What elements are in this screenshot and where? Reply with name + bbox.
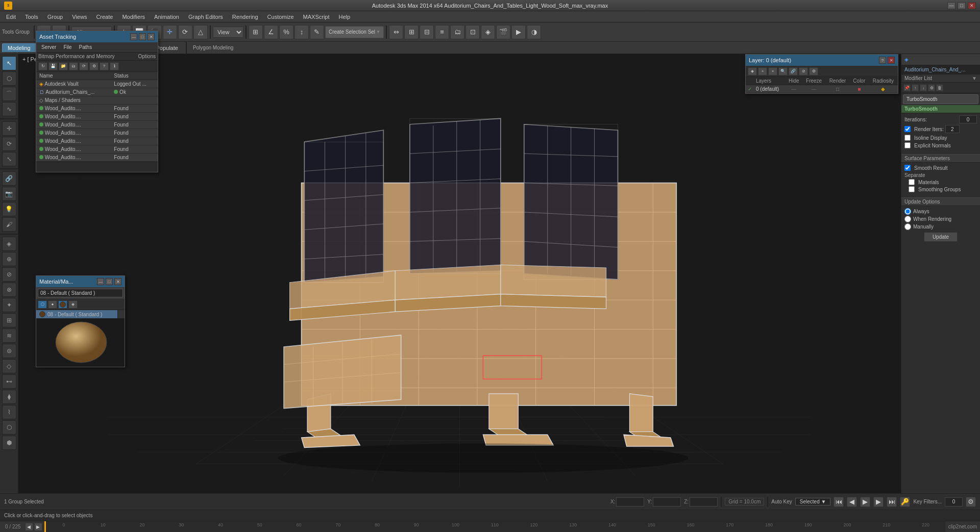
layer-add-btn[interactable]: + [758, 67, 767, 75]
asset-settings-btn[interactable]: ⚙ [89, 62, 99, 70]
left-tool-6[interactable]: ⊕ [2, 252, 16, 266]
left-camera-tool[interactable]: 📷 [2, 187, 16, 201]
layer-search-btn[interactable]: 🔍 [778, 67, 788, 75]
table-row[interactable]: ◇ Maps / Shaders [36, 96, 158, 105]
left-tool-17[interactable]: ⬡ [2, 420, 16, 435]
select-move-button[interactable]: ✛ [163, 25, 177, 39]
mod-up-btn[interactable]: ↑ [912, 84, 919, 91]
explicit-normals-checkbox[interactable] [904, 142, 911, 148]
left-tool-13[interactable]: ◇ [2, 359, 16, 373]
asset-save-btn[interactable]: 💾 [48, 62, 58, 70]
asset-refresh-btn[interactable]: ↻ [38, 62, 47, 70]
timeline-rewind-btn[interactable]: ◀ [25, 523, 33, 531]
goto-start-btn[interactable]: ⏮ [834, 497, 844, 507]
y-input[interactable] [653, 497, 681, 506]
left-tool-8[interactable]: ⊗ [2, 283, 16, 297]
left-tool-7[interactable]: ⊘ [2, 267, 16, 282]
left-link-tool[interactable]: 🔗 [2, 171, 16, 186]
goto-end-btn[interactable]: ⏭ [887, 497, 897, 507]
asset-help-btn[interactable]: ? [100, 62, 109, 70]
align-button[interactable]: ⊟ [420, 25, 434, 39]
menu-graph-editors[interactable]: Graph Editors [184, 13, 227, 21]
left-tool-18[interactable]: ⬢ [2, 436, 16, 450]
close-button[interactable]: ✕ [968, 2, 976, 9]
mat-tool-1[interactable]: ⬡ [38, 300, 47, 309]
list-item[interactable]: 08 - Default ( Standard ) [36, 310, 117, 318]
materials-checkbox[interactable] [909, 179, 915, 185]
mirror-button[interactable]: ⇔ [389, 25, 403, 39]
asset-maximize-btn[interactable]: □ [139, 33, 146, 40]
update-button[interactable]: Update [924, 232, 958, 242]
schematic-view-button[interactable]: ⊡ [465, 25, 480, 39]
left-scale-tool[interactable]: ⤡ [2, 152, 16, 166]
timeline-cursor[interactable] [44, 521, 46, 532]
mod-down-btn[interactable]: ↓ [920, 84, 927, 91]
frame-number-input[interactable] [945, 497, 963, 506]
rotate-button[interactable]: ⟳ [178, 25, 192, 39]
asset-close-btn[interactable]: ✕ [148, 33, 155, 40]
selected-badge[interactable]: Selected ▼ [795, 498, 831, 505]
asset-info-btn[interactable]: ℹ [110, 62, 119, 70]
asset-menu-file[interactable]: File [60, 44, 75, 50]
table-row[interactable]: Wood_Audito.... Found [36, 105, 158, 113]
minimize-button[interactable]: — [947, 2, 955, 9]
when-rendering-radio[interactable] [904, 216, 911, 222]
render-iters-input[interactable] [945, 125, 960, 133]
asset-menu-server[interactable]: Server [38, 44, 59, 50]
timeline-forward-btn[interactable]: ▶ [34, 523, 42, 531]
asset-folder-btn[interactable]: 📁 [59, 62, 68, 70]
menu-create[interactable]: Create [92, 13, 117, 21]
table-row[interactable]: Wood_Audito.... Found [36, 121, 158, 129]
layer-unlink-btn[interactable]: ⊘ [799, 67, 808, 75]
tab-modeling[interactable]: Modeling [2, 43, 36, 52]
time-config-btn[interactable]: ⚙ [966, 497, 976, 507]
left-tool-10[interactable]: ⊞ [2, 313, 16, 327]
material-close-btn[interactable]: ✕ [114, 278, 121, 285]
table-row[interactable]: Wood_Audito.... Found [36, 145, 158, 154]
mod-pin-btn[interactable]: 📌 [903, 84, 911, 91]
quick-align-button[interactable]: ≡ [435, 25, 449, 39]
x-input[interactable] [616, 497, 644, 506]
table-row[interactable]: ✓ 0 (default) — — □ ■ ◆ [746, 85, 898, 93]
prev-frame-btn[interactable]: ◀ [847, 497, 857, 507]
mat-tool-4[interactable]: ◈ [68, 300, 78, 309]
spinner-snap-button[interactable]: ↕ [295, 25, 309, 39]
percent-snap-button[interactable]: % [279, 25, 293, 39]
left-tool-14[interactable]: ⊷ [2, 374, 16, 389]
table-row[interactable]: Wood_Audito.... Found [36, 137, 158, 145]
menu-help[interactable]: Help [335, 13, 355, 21]
manually-radio[interactable] [904, 223, 911, 230]
asset-reload-btn[interactable]: ⟳ [79, 62, 88, 70]
menu-modifiers[interactable]: Modifiers [118, 13, 149, 21]
left-tool-16[interactable]: ⌇ [2, 405, 16, 419]
turbosmoooth-modifier-item[interactable]: TurboSmooth [903, 94, 978, 104]
z-input[interactable] [690, 497, 718, 506]
left-rotate-tool[interactable]: ⟳ [2, 137, 16, 151]
iterations-input[interactable] [959, 115, 977, 123]
menu-edit[interactable]: Edit [2, 13, 20, 21]
create-selection-button[interactable]: Create Selection Sel ▼ [325, 26, 384, 38]
left-tool-11[interactable]: ≋ [2, 328, 16, 343]
left-nurbs-tool[interactable]: ∿ [2, 102, 16, 116]
menu-customize[interactable]: Customize [263, 13, 298, 21]
asset-menu-paths[interactable]: Paths [76, 44, 95, 50]
left-move-tool[interactable]: ✛ [2, 121, 16, 136]
smoothing-groups-checkbox[interactable] [909, 186, 915, 192]
menu-maxscript[interactable]: MAXScript [299, 13, 334, 21]
play-btn[interactable]: ▶ [860, 497, 870, 507]
material-maximize-btn[interactable]: □ [106, 278, 113, 285]
key-mode-btn[interactable]: 🔑 [900, 497, 910, 507]
menu-animation[interactable]: Animation [150, 13, 183, 21]
left-spline-tool[interactable]: ⌒ [2, 87, 16, 101]
left-tool-15[interactable]: ⧫ [2, 390, 16, 404]
layer-close-btn[interactable]: ✕ [888, 57, 895, 64]
isoline-display-checkbox[interactable] [904, 135, 911, 141]
menu-views[interactable]: Views [68, 13, 91, 21]
asset-path-btn[interactable]: 🗂 [69, 62, 78, 70]
asset-minimize-btn[interactable]: — [130, 33, 137, 40]
left-poly-tool[interactable]: ⬡ [2, 71, 16, 86]
mod-trash-btn[interactable]: 🗑 [936, 84, 943, 91]
edit-named-selections[interactable]: ✎ [310, 25, 324, 39]
scale-button[interactable]: △ [193, 25, 208, 39]
view-dropdown[interactable]: View Screen Local [213, 27, 243, 38]
